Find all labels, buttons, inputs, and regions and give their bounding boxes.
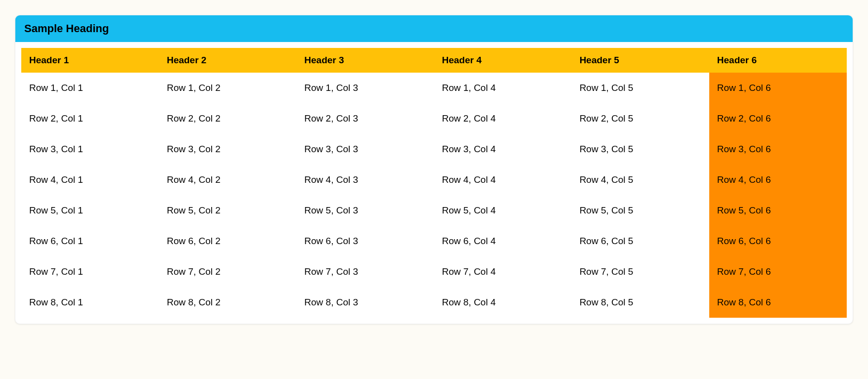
table-cell: Row 5, Col 1 bbox=[21, 195, 159, 226]
table-cell: Row 8, Col 3 bbox=[296, 287, 434, 318]
table-cell: Row 8, Col 1 bbox=[21, 287, 159, 318]
table-cell: Row 1, Col 6 bbox=[709, 73, 847, 103]
table-cell: Row 3, Col 2 bbox=[159, 134, 296, 165]
table-cell: Row 6, Col 5 bbox=[572, 226, 709, 256]
table-cell: Row 5, Col 5 bbox=[572, 195, 709, 226]
table-cell: Row 6, Col 3 bbox=[296, 226, 434, 256]
table-cell: Row 6, Col 4 bbox=[434, 226, 571, 256]
table-cell: Row 8, Col 4 bbox=[434, 287, 571, 318]
table-cell: Row 1, Col 1 bbox=[21, 73, 159, 103]
table-row: Row 5, Col 1 Row 5, Col 2 Row 5, Col 3 R… bbox=[21, 195, 847, 226]
table-cell: Row 5, Col 6 bbox=[709, 195, 847, 226]
table-row: Row 8, Col 1 Row 8, Col 2 Row 8, Col 3 R… bbox=[21, 287, 847, 318]
table-row: Row 6, Col 1 Row 6, Col 2 Row 6, Col 3 R… bbox=[21, 226, 847, 256]
table-cell: Row 4, Col 5 bbox=[572, 165, 709, 195]
card-heading: Sample Heading bbox=[24, 22, 844, 35]
table-cell: Row 6, Col 6 bbox=[709, 226, 847, 256]
table-cell: Row 3, Col 3 bbox=[296, 134, 434, 165]
table-row: Row 2, Col 1 Row 2, Col 2 Row 2, Col 3 R… bbox=[21, 103, 847, 134]
table-cell: Row 4, Col 4 bbox=[434, 165, 571, 195]
table-cell: Row 7, Col 4 bbox=[434, 256, 571, 287]
table-cell: Row 7, Col 6 bbox=[709, 256, 847, 287]
table-cell: Row 4, Col 2 bbox=[159, 165, 296, 195]
table-cell: Row 5, Col 3 bbox=[296, 195, 434, 226]
table-cell: Row 2, Col 1 bbox=[21, 103, 159, 134]
table-header-cell: Header 4 bbox=[434, 48, 571, 73]
data-table: Header 1 Header 2 Header 3 Header 4 Head… bbox=[21, 48, 847, 318]
table-cell: Row 2, Col 4 bbox=[434, 103, 571, 134]
table-cell: Row 2, Col 2 bbox=[159, 103, 296, 134]
table-header-cell: Header 5 bbox=[572, 48, 709, 73]
table-header-row: Header 1 Header 2 Header 3 Header 4 Head… bbox=[21, 48, 847, 73]
table-cell: Row 7, Col 5 bbox=[572, 256, 709, 287]
table-cell: Row 1, Col 4 bbox=[434, 73, 571, 103]
table-cell: Row 4, Col 6 bbox=[709, 165, 847, 195]
table-cell: Row 4, Col 1 bbox=[21, 165, 159, 195]
table-header-cell: Header 3 bbox=[296, 48, 434, 73]
table-cell: Row 1, Col 3 bbox=[296, 73, 434, 103]
table-cell: Row 3, Col 6 bbox=[709, 134, 847, 165]
table-row: Row 7, Col 1 Row 7, Col 2 Row 7, Col 3 R… bbox=[21, 256, 847, 287]
table-cell: Row 3, Col 5 bbox=[572, 134, 709, 165]
card-body: Header 1 Header 2 Header 3 Header 4 Head… bbox=[15, 42, 853, 324]
table-cell: Row 8, Col 6 bbox=[709, 287, 847, 318]
table-row: Row 1, Col 1 Row 1, Col 2 Row 1, Col 3 R… bbox=[21, 73, 847, 103]
table-row: Row 3, Col 1 Row 3, Col 2 Row 3, Col 3 R… bbox=[21, 134, 847, 165]
table-cell: Row 3, Col 1 bbox=[21, 134, 159, 165]
table-header-cell: Header 6 bbox=[709, 48, 847, 73]
card-container: Sample Heading Header 1 Header 2 Header … bbox=[15, 15, 853, 324]
table-cell: Row 5, Col 4 bbox=[434, 195, 571, 226]
table-cell: Row 1, Col 2 bbox=[159, 73, 296, 103]
table-cell: Row 2, Col 3 bbox=[296, 103, 434, 134]
table-cell: Row 7, Col 2 bbox=[159, 256, 296, 287]
table-cell: Row 8, Col 2 bbox=[159, 287, 296, 318]
table-header-cell: Header 2 bbox=[159, 48, 296, 73]
table-cell: Row 2, Col 6 bbox=[709, 103, 847, 134]
table-cell: Row 7, Col 3 bbox=[296, 256, 434, 287]
table-row: Row 4, Col 1 Row 4, Col 2 Row 4, Col 3 R… bbox=[21, 165, 847, 195]
table-cell: Row 2, Col 5 bbox=[572, 103, 709, 134]
table-cell: Row 6, Col 1 bbox=[21, 226, 159, 256]
table-cell: Row 1, Col 5 bbox=[572, 73, 709, 103]
table-cell: Row 7, Col 1 bbox=[21, 256, 159, 287]
table-cell: Row 5, Col 2 bbox=[159, 195, 296, 226]
table-cell: Row 6, Col 2 bbox=[159, 226, 296, 256]
table-header-cell: Header 1 bbox=[21, 48, 159, 73]
table-cell: Row 8, Col 5 bbox=[572, 287, 709, 318]
table-cell: Row 4, Col 3 bbox=[296, 165, 434, 195]
table-cell: Row 3, Col 4 bbox=[434, 134, 571, 165]
card-header: Sample Heading bbox=[15, 15, 853, 42]
